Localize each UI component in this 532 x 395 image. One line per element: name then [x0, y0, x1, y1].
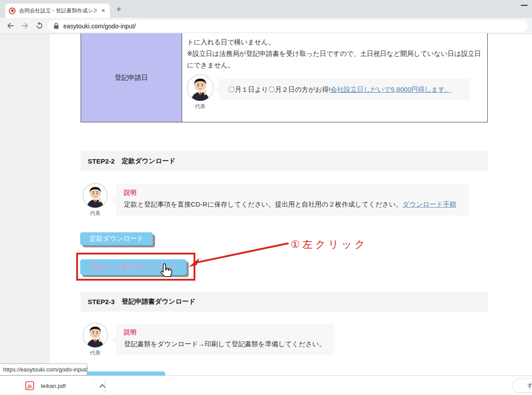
- step2-3-description-bubble: 説明 登記書類をダウンロード→印刷して登記書類を準備してください。: [116, 324, 334, 355]
- description-body-text: 定款と登記事項を直接CD-Rに保存してください。提出用と自社用の２枚作成してくだ…: [124, 200, 402, 208]
- avatar-caption: 代表: [90, 349, 101, 357]
- hand-cursor-icon: [159, 263, 173, 278]
- table-note: トに入れる日で構いません。 ※設立日は法務局が登記申請書を受け取った日ですので、…: [187, 36, 481, 71]
- note-line-2: ※設立日は法務局が登記申請書を受け取った日ですので、土日祝日など開局していない日…: [187, 48, 481, 59]
- step2-3-number: STEP2-3: [88, 298, 115, 305]
- downloaded-file-item[interactable]: teikan.pdf: [19, 378, 111, 394]
- note-line-1: トに入れる日で構いません。: [187, 36, 481, 48]
- address-bar[interactable]: easytouki.com/godo-input/: [48, 20, 528, 32]
- site-favicon-seal-icon: [9, 8, 16, 14]
- savings-link[interactable]: 会社設立日しだいで5,8000円得します。: [330, 86, 451, 94]
- avatar-caption: 代表: [90, 210, 101, 217]
- link-status-tooltip: https://easytouki.com/godo-input/: [0, 364, 87, 375]
- teikan-download-button[interactable]: 定款ダウンロード: [80, 232, 153, 245]
- description-heading: 説明: [124, 189, 461, 197]
- representative-avatar: 代表: [81, 183, 109, 217]
- new-tab-button[interactable]: +: [113, 4, 124, 15]
- reload-icon[interactable]: [35, 21, 44, 31]
- step2-2-description-bubble: 説明 定款と登記事項を直接CD-Rに保存してください。提出用と自社用の２枚作成し…: [116, 184, 469, 215]
- lock-icon: [54, 23, 59, 29]
- forward-icon[interactable]: [20, 21, 30, 31]
- representative-avatar: 代表: [186, 74, 214, 110]
- avatar-caption: 代表: [195, 103, 206, 110]
- download-shelf: teikan.pdf すべて表示: [0, 375, 532, 395]
- tab-title: 合同会社設立 - 登記書類作成シス: [19, 7, 97, 15]
- section-step2-2: STEP2-2 定款ダウンロード: [81, 151, 488, 171]
- annotation-label: ①左クリック: [291, 238, 368, 251]
- tip-bubble: 〇月１日より〇月２日の方がお得! 会社設立日しだいで5,8000円得します。: [219, 79, 470, 100]
- description-text: 定款と登記事項を直接CD-Rに保存してください。提出用と自社用の２枚作成してくだ…: [124, 200, 461, 209]
- tab-strip: 合同会社設立 - 登記書類作成シス ✕ +: [0, 0, 532, 18]
- description-heading: 説明: [124, 329, 326, 336]
- partially-hidden-blue-button[interactable]: [80, 372, 165, 375]
- shelf-divider: [105, 379, 105, 393]
- tab-close-icon[interactable]: ✕: [100, 8, 106, 14]
- man-avatar-icon: [82, 183, 108, 208]
- man-avatar-icon: [186, 74, 214, 102]
- show-all-downloads-button[interactable]: すべて表示: [512, 379, 532, 393]
- screenshot-root: { "browser": { "tab_title": "合同会社設立 - 登記…: [0, 0, 532, 395]
- touki-date-table: 登記申請日 トに入れる日で構いません。 ※設立日は法務局が登記申請書を受け取った…: [81, 33, 488, 122]
- page-left-margin: [0, 34, 50, 375]
- table-value-cell: トに入れる日で構いません。 ※設立日は法務局が登記申請書を受け取った日ですので、…: [183, 33, 487, 122]
- window-minimize-icon[interactable]: [521, 5, 528, 6]
- section-step2-3: STEP2-3 登記申請書ダウンロード: [81, 292, 488, 312]
- download-procedure-link[interactable]: ダウンロード手順: [402, 200, 456, 208]
- step2-3-title: 登記申請書ダウンロード: [122, 297, 196, 306]
- tip-text: 〇月１日より〇月２日の方がお得!: [228, 86, 330, 94]
- description-text: 登記書類をダウンロード→印刷して登記書類を準備してください。: [124, 340, 326, 348]
- note-line-3: にできません。: [187, 59, 481, 71]
- table-header-cell: 登記申請日: [81, 33, 182, 122]
- back-icon[interactable]: [6, 21, 16, 31]
- representative-avatar: 代表: [81, 322, 109, 357]
- step2-2-title: 定款ダウンロード: [122, 157, 176, 165]
- web-page: 登記申請日 トに入れる日で構いません。 ※設立日は法務局が登記申請書を受け取った…: [0, 34, 532, 375]
- download-filename: teikan.pdf: [41, 383, 66, 389]
- annotation-arrow-line: [182, 239, 292, 270]
- browser-tab[interactable]: 合同会社設立 - 登記書類作成シス ✕: [5, 4, 110, 18]
- url-text: easytouki.com/godo-input/: [63, 23, 136, 30]
- man-avatar-icon: [82, 322, 108, 348]
- pdf-file-icon: [25, 381, 35, 391]
- step2-2-number: STEP2-2: [88, 157, 115, 165]
